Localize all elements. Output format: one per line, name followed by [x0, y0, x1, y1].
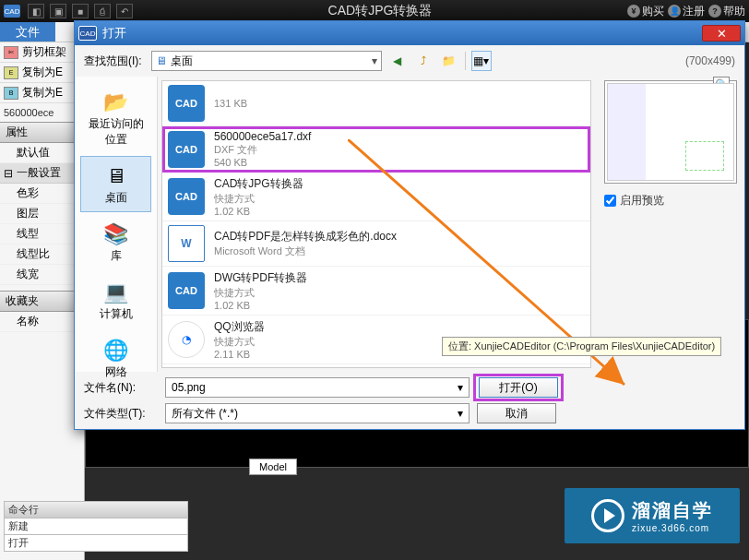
- app-titlebar: CAD ◧ ▣ ■ ⎙ ↶ CAD转JPG转换器 ¥购买 👤注册 ?帮助: [0, 0, 749, 22]
- cad-file-icon: CAD: [168, 85, 205, 122]
- file-item[interactable]: CADDWG转PDF转换器快捷方式1.02 KB: [162, 267, 590, 316]
- app-title: CAD转JPG转换器: [133, 3, 627, 19]
- copy-emf-button[interactable]: E复制为E: [0, 63, 84, 83]
- file-tab[interactable]: 文件: [0, 22, 55, 42]
- qat-print-icon[interactable]: ⎙: [94, 4, 111, 18]
- qat-open-icon[interactable]: ▣: [50, 4, 66, 18]
- chevron-down-icon: ▾: [372, 54, 377, 67]
- open-button[interactable]: 打开(O): [479, 377, 558, 398]
- cut-frame-button[interactable]: ✄剪切框架: [0, 42, 84, 63]
- filetype-combo[interactable]: 所有文件 (*.*)▾: [165, 403, 470, 423]
- qat-undo-icon[interactable]: ↶: [116, 4, 133, 18]
- place-item[interactable]: 💻计算机: [80, 272, 151, 328]
- desktop-icon: 🖥: [156, 54, 167, 67]
- cad-file-icon: CAD: [168, 131, 205, 168]
- file-list[interactable]: CAD131 KBCAD560000ece5a17.dxfDXF 文件540 K…: [161, 80, 591, 368]
- prop-row[interactable]: 线型: [0, 224, 84, 244]
- back-icon[interactable]: ◀: [387, 51, 408, 71]
- app-window: CAD ◧ ▣ ■ ⎙ ↶ CAD转JPG转换器 ¥购买 👤注册 ?帮助 文件 …: [0, 0, 749, 560]
- app-icon: CAD: [4, 5, 20, 18]
- filetype-label: 文件类型(T):: [84, 406, 158, 422]
- help-button[interactable]: ?帮助: [708, 4, 745, 19]
- register-button[interactable]: 👤注册: [668, 4, 705, 19]
- qat-new-icon[interactable]: ◧: [28, 4, 44, 18]
- buy-button[interactable]: ¥购买: [627, 4, 664, 19]
- close-button[interactable]: ✕: [702, 25, 741, 42]
- filename-label: 560000ece: [0, 103, 84, 122]
- favorites-header: 收藏夹: [0, 291, 84, 312]
- dialog-icon: CAD: [78, 26, 97, 41]
- place-item[interactable]: 🖥桌面: [80, 156, 151, 212]
- cad-file-icon: CAD: [168, 178, 205, 215]
- file-item[interactable]: CADCAD转JPG转换器快捷方式1.02 KB: [162, 173, 590, 221]
- place-icon: 🖥: [100, 162, 133, 190]
- model-tab[interactable]: Model: [249, 459, 297, 475]
- preview-box: [604, 80, 737, 184]
- prop-row[interactable]: 线型比: [0, 244, 84, 265]
- cancel-button[interactable]: 取消: [477, 403, 556, 423]
- place-icon: 🌐: [100, 337, 133, 364]
- view-menu-icon[interactable]: ▦▾: [471, 51, 492, 71]
- dialog-bottom: 文件名(N): 05.png▾ 打开(O) 文件类型(T): 所有文件 (*.*…: [75, 372, 744, 429]
- cad-file-icon: CAD: [168, 272, 205, 309]
- prop-row[interactable]: 线宽: [0, 265, 84, 285]
- quick-access-toolbar: ◧ ▣ ■ ⎙ ↶: [28, 4, 133, 18]
- properties-header: 属性: [0, 122, 84, 143]
- favorites-name-row[interactable]: 名称: [0, 312, 84, 332]
- command-line: 命令行 新建 打开: [4, 501, 188, 551]
- dialog-title: 打开: [102, 25, 702, 42]
- qat-save-icon[interactable]: ■: [72, 4, 89, 18]
- dialog-toolbar: 查找范围(I): 🖥 桌面 ▾ ◀ ⤴ 📁 ▦▾ (700x499) 🔍: [75, 45, 744, 77]
- file-item[interactable]: WCAD转PDF是怎样转换成彩色的.docxMicrosoft Word 文档: [162, 221, 590, 267]
- left-panel: ✄剪切框架 E复制为E B复制为E 560000ece 属性 默认值 ⊟一般设置…: [0, 42, 85, 560]
- place-item[interactable]: 📂最近访问的位置: [80, 82, 151, 154]
- tooltip: 位置: XunjieCADEditor (C:\Program Files\Xu…: [442, 337, 721, 356]
- place-item[interactable]: 📚库: [80, 214, 151, 270]
- place-icon: 📚: [100, 220, 133, 248]
- new-folder-icon[interactable]: 📁: [439, 51, 459, 71]
- lookin-label: 查找范围(I):: [84, 54, 142, 69]
- cmd-line-1: 新建: [4, 518, 188, 535]
- filename-combo[interactable]: 05.png▾: [165, 377, 470, 398]
- cmd-header: 命令行: [4, 501, 188, 518]
- places-bar: 📂最近访问的位置🖥桌面📚库💻计算机🌐网络: [75, 77, 158, 372]
- place-icon: 💻: [100, 279, 133, 306]
- copy-bmp-button[interactable]: B复制为E: [0, 83, 84, 103]
- prop-row[interactable]: 色彩: [0, 184, 84, 204]
- docx-file-icon: W: [168, 225, 205, 262]
- open-dialog: CAD 打开 ✕ 查找范围(I): 🖥 桌面 ▾ ◀ ⤴ 📁 ▦▾ (700x4…: [74, 20, 745, 430]
- default-row[interactable]: 默认值: [0, 143, 84, 163]
- file-item[interactable]: CAD131 KB: [162, 81, 590, 126]
- place-icon: 📂: [100, 89, 133, 116]
- file-item[interactable]: CAD560000ece5a17.dxfDXF 文件540 KB: [162, 126, 590, 173]
- preview-size: (700x499): [685, 54, 735, 67]
- prop-row[interactable]: 图层: [0, 204, 84, 224]
- preview-pane: 启用预览: [597, 77, 744, 372]
- cmd-line-2: 打开: [4, 534, 188, 552]
- enable-preview-input[interactable]: [604, 195, 616, 207]
- dialog-titlebar: CAD 打开 ✕: [75, 21, 744, 45]
- play-icon: [591, 499, 624, 532]
- general-category[interactable]: ⊟一般设置: [0, 163, 84, 184]
- up-icon[interactable]: ⤴: [413, 51, 434, 71]
- lookin-combo[interactable]: 🖥 桌面 ▾: [151, 51, 382, 71]
- enable-preview-checkbox[interactable]: 启用预览: [604, 193, 737, 209]
- watermark: 溜溜自学 zixue.3d66.com: [565, 488, 740, 543]
- qq-browser-icon: ◔: [168, 321, 205, 358]
- filename-label: 文件名(N):: [84, 380, 158, 396]
